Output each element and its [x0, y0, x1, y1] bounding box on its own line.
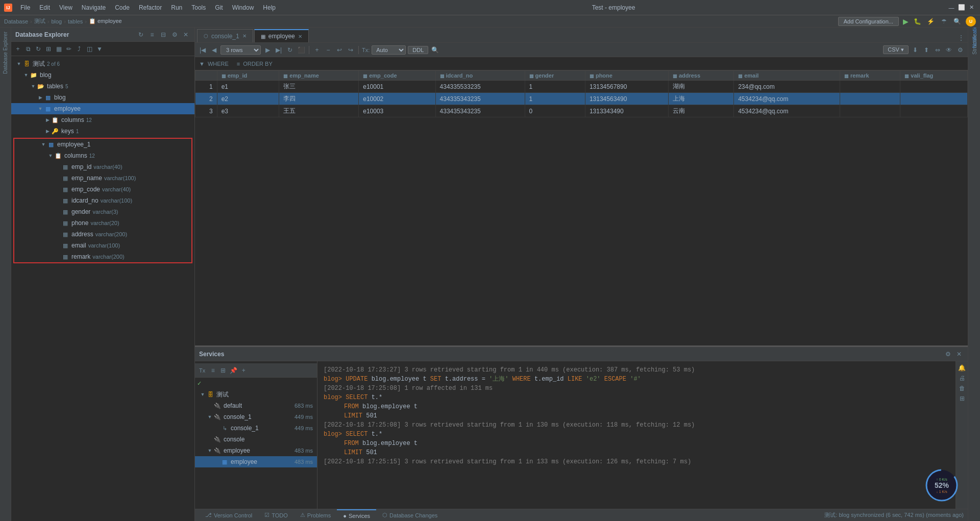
add-configuration-button[interactable]: Add Configuration...	[838, 17, 899, 26]
undo-button[interactable]: ↩	[335, 45, 344, 55]
col-header-gender[interactable]: ▦gender	[525, 71, 585, 81]
cell-vali-flag[interactable]	[900, 93, 968, 105]
col-header-remark[interactable]: ▦remark	[840, 71, 900, 81]
cell-gender[interactable]: 1	[525, 93, 585, 105]
collapse-all-button[interactable]: ≡	[208, 366, 217, 375]
menu-run[interactable]: Run	[167, 3, 186, 12]
jump-button[interactable]: ⤴	[75, 44, 84, 54]
menu-help[interactable]: Help	[259, 3, 280, 12]
import-button[interactable]: ⬆	[922, 45, 931, 55]
menu-git[interactable]: Git	[211, 3, 227, 12]
run-button[interactable]: ▶	[903, 17, 909, 26]
cell-emp-name[interactable]: 张三	[279, 81, 359, 93]
menu-tools[interactable]: Tools	[187, 3, 210, 12]
tree-node-col-emp-id[interactable]: ▦ emp_id varchar(40)	[14, 161, 191, 172]
svc-node-console[interactable]: 🔌 console	[195, 434, 317, 445]
cell-remark[interactable]	[840, 105, 900, 117]
col-header-emp-name[interactable]: ▦emp_name	[279, 71, 359, 81]
redo-button[interactable]: ↪	[346, 45, 355, 55]
close-db-button[interactable]: ✕	[181, 30, 190, 39]
sync-button[interactable]: ↻	[34, 44, 43, 54]
cell-vali-flag[interactable]	[900, 105, 968, 117]
schema-button[interactable]: ⊞	[44, 44, 53, 54]
col-header-phone[interactable]: ▦phone	[585, 71, 668, 81]
cell-emp-code[interactable]: e10002	[359, 93, 435, 105]
cell-phone[interactable]: 1313343490	[585, 105, 668, 117]
tree-node-employee-1[interactable]: ▼ ▦ employee_1	[14, 139, 191, 150]
cell-idcard-no[interactable]: 433435343235	[435, 105, 525, 117]
prev-page-button[interactable]: ◀	[209, 45, 218, 55]
filter-button[interactable]: ▼	[95, 44, 104, 54]
tree-node-employee1-columns[interactable]: ▼ 📋 columns 12	[14, 150, 191, 161]
expand-db-button[interactable]: ⊟	[159, 30, 168, 39]
settings-table-button[interactable]: ⚙	[955, 45, 965, 55]
breadcrumb-db[interactable]: Database	[4, 18, 28, 24]
search-button[interactable]: 🔍	[952, 17, 962, 26]
menu-file[interactable]: File	[16, 3, 34, 12]
edit-button[interactable]: ✏	[64, 44, 74, 54]
cell-emp-code[interactable]: e10001	[359, 81, 435, 93]
tree-node-col-remark[interactable]: ▦ remark varchar(200)	[14, 251, 191, 262]
menu-edit[interactable]: Edit	[35, 3, 54, 12]
cell-remark[interactable]	[840, 93, 900, 105]
col-header-address[interactable]: ▦address	[668, 71, 733, 81]
print-button[interactable]: 🖨	[958, 374, 967, 383]
debug-button[interactable]: 🐛	[913, 17, 922, 26]
breadcrumb-blog[interactable]: blog	[51, 18, 62, 24]
cell-gender[interactable]: 0	[525, 105, 585, 117]
tree-node-col-gender[interactable]: ▦ gender varchar(3)	[14, 206, 191, 217]
tab-close-icon[interactable]: ✕	[298, 34, 302, 39]
cell-gender[interactable]: 1	[525, 81, 585, 93]
pin-button[interactable]: 📌	[229, 366, 238, 375]
menu-code[interactable]: Code	[111, 3, 134, 12]
add-service-button[interactable]: +	[239, 366, 248, 375]
svc-node-ceshi[interactable]: ▼ 🗄 测试	[195, 389, 317, 400]
first-page-button[interactable]: |◀	[198, 45, 207, 55]
tree-node-col-idcard-no[interactable]: ▦ idcard_no varchar(100)	[14, 195, 191, 206]
layout-button[interactable]: ⊞	[958, 394, 967, 403]
cell-emp-code[interactable]: e10003	[359, 105, 435, 117]
database-explorer-label[interactable]: Database Explorer	[3, 30, 8, 76]
svc-node-default[interactable]: 🔌 default 683 ms	[195, 400, 317, 411]
cell-phone[interactable]: 13134567890	[585, 81, 668, 93]
group-button[interactable]: ⊞	[218, 366, 228, 375]
svc-node-console1[interactable]: ▼ 🔌 console_1 449 ms	[195, 411, 317, 423]
structure-sidebar-icon[interactable]: Structure	[970, 40, 979, 49]
cell-email[interactable]: 4534234@qq.com	[734, 105, 840, 117]
add-datasource-button[interactable]: +	[13, 44, 22, 54]
compare-button[interactable]: ⇔	[933, 45, 942, 55]
cell-email[interactable]: 4534234@qq.com	[734, 93, 840, 105]
diagram-button[interactable]: ◫	[85, 44, 94, 54]
menu-navigate[interactable]: Navigate	[78, 3, 110, 12]
table-row[interactable]: 3 e3 王五 e10003 433435343235 0 1313343490…	[195, 105, 968, 117]
cell-remark[interactable]	[840, 81, 900, 93]
trash-button[interactable]: 🗑	[958, 384, 967, 393]
tree-node-keys[interactable]: ▶ 🔑 keys 1	[11, 126, 194, 137]
tree-node-col-emp-name[interactable]: ▦ emp_name varchar(100)	[14, 172, 191, 184]
cell-address[interactable]: 上海	[668, 93, 733, 105]
svc-node-employee-child[interactable]: ▦ employee 483 ms	[195, 456, 317, 467]
tree-node-employee[interactable]: ▼ ▦ employee	[11, 103, 194, 114]
csv-export-button[interactable]: CSV ▾	[883, 45, 909, 54]
refresh-db-button[interactable]: ↻	[136, 30, 145, 39]
status-tab-todo[interactable]: ☑ TODO	[258, 509, 294, 522]
cell-emp-name[interactable]: 李四	[279, 93, 359, 105]
profile-button[interactable]: ⚡	[926, 17, 935, 26]
cell-emp-id[interactable]: e3	[217, 105, 279, 117]
tree-node-blog-schema[interactable]: ▼ 📁 blog	[11, 69, 194, 81]
menu-view[interactable]: View	[55, 3, 77, 12]
maximize-button[interactable]: ⬜	[958, 4, 966, 12]
export-button[interactable]: ⬇	[911, 45, 920, 55]
cell-idcard-no[interactable]: 434335533235	[435, 81, 525, 93]
refresh-button[interactable]: ↻	[285, 45, 295, 55]
menu-window[interactable]: Window	[228, 3, 258, 12]
tab-console1[interactable]: ⬡ console_1 ✕	[197, 29, 253, 42]
minimize-button[interactable]: —	[947, 4, 955, 12]
table-row[interactable]: 2 e2 李四 e10002 434335343235 1 1313456349…	[195, 93, 968, 105]
notifications-button[interactable]: 🔔	[958, 363, 967, 373]
coverage-button[interactable]: ☂	[939, 17, 948, 26]
search-table-button[interactable]: 🔍	[430, 45, 439, 55]
tab-close-icon[interactable]: ✕	[242, 33, 247, 39]
copy-button[interactable]: ⧉	[23, 44, 33, 54]
settings-db-button[interactable]: ⚙	[170, 30, 179, 39]
